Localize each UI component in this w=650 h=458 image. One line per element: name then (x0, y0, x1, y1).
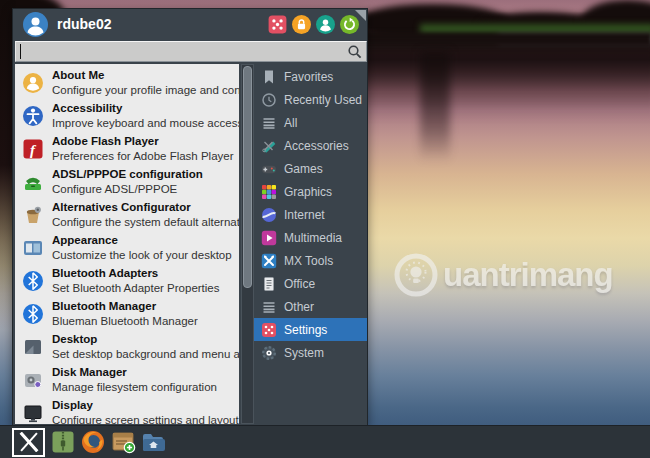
water-reflection (358, 50, 650, 122)
category-other[interactable]: Other (254, 295, 367, 318)
all-settings-icon (268, 15, 287, 34)
category-recently-used[interactable]: Recently Used (254, 88, 367, 111)
taskbar-archiver-button[interactable] (51, 430, 75, 454)
menu-body: About Me Configure your profile image an… (15, 64, 367, 424)
taskbar-archive-manager-button[interactable] (111, 430, 135, 454)
category-office[interactable]: Office (254, 272, 367, 295)
appearance-icon (22, 237, 44, 259)
search-row (15, 41, 367, 62)
user-avatar-icon[interactable] (23, 12, 48, 37)
search-input[interactable] (15, 41, 367, 62)
all-settings-button[interactable] (268, 15, 287, 34)
clock-icon (261, 92, 277, 108)
category-graphics[interactable]: Graphics (254, 180, 367, 203)
taskbar (0, 425, 650, 458)
search-icon (347, 44, 363, 60)
app-title: Bluetooth Manager (52, 299, 198, 314)
category-label: Favorites (284, 70, 333, 84)
archive-new-icon (111, 430, 137, 454)
username: rdube02 (57, 9, 111, 40)
gamepad-icon (261, 161, 277, 177)
category-favorites[interactable]: Favorites (254, 65, 367, 88)
app-subtitle: Configure your profile image and con... (52, 83, 239, 98)
app-subtitle: Set Bluetooth Adapter Properties (52, 281, 220, 296)
play-icon (261, 230, 277, 246)
scrollbar-thumb[interactable] (243, 66, 252, 288)
app-subtitle: Manage filesystem configuration (52, 380, 217, 395)
app-title: ADSL/PPPOE configuration (52, 167, 203, 182)
app-title: Accessibility (52, 101, 239, 116)
app-title: Disk Manager (52, 365, 217, 380)
category-label: Multimedia (284, 231, 342, 245)
app-item-adsl-pppoe[interactable]: ADSL/PPPOE configuration Configure ADSL/… (15, 165, 239, 198)
desktop-icon (22, 336, 44, 358)
app-item-about-me[interactable]: About Me Configure your profile image an… (15, 66, 239, 99)
app-title: Display (52, 398, 239, 413)
lock-screen-button[interactable] (292, 15, 311, 34)
category-system[interactable]: System (254, 341, 367, 364)
app-subtitle: Configure screen settings and layout (52, 413, 239, 425)
app-subtitle: Configure the system default alternat... (52, 215, 239, 230)
accessories-icon (261, 138, 277, 154)
tools-icon (261, 253, 277, 269)
list-icon (261, 115, 277, 131)
display-icon (22, 402, 44, 424)
category-list: Favorites Recently Used All (254, 65, 367, 364)
taskbar-file-manager-button[interactable] (141, 430, 165, 454)
category-label: Settings (284, 323, 327, 337)
category-games[interactable]: Games (254, 157, 367, 180)
app-item-appearance[interactable]: Appearance Customize the look of your de… (15, 231, 239, 264)
taskbar-firefox-button[interactable] (81, 430, 105, 454)
bluetooth-icon (22, 270, 44, 292)
globe-icon (261, 207, 277, 223)
text-caret (20, 44, 21, 59)
flash-icon: f (22, 138, 44, 160)
whisker-menu-button[interactable] (12, 428, 45, 457)
mx-menu-icon (18, 432, 40, 452)
category-mx-tools[interactable]: MX Tools (254, 249, 367, 272)
app-list: About Me Configure your profile image an… (15, 64, 239, 424)
app-item-disk-manager[interactable]: Disk Manager Manage filesystem configura… (15, 363, 239, 396)
category-label: Accessories (284, 139, 349, 153)
category-multimedia[interactable]: Multimedia (254, 226, 367, 249)
app-item-display[interactable]: Display Configure screen settings and la… (15, 396, 239, 424)
category-label: Games (284, 162, 323, 176)
category-label: System (284, 346, 324, 360)
watermark-text: uantrimang (443, 251, 613, 299)
category-all[interactable]: All (254, 111, 367, 134)
category-settings[interactable]: Settings (254, 318, 367, 341)
app-title: Bluetooth Adapters (52, 266, 220, 281)
app-title: Adobe Flash Player (52, 134, 234, 149)
app-title: Appearance (52, 233, 232, 248)
resize-grip[interactable] (355, 10, 366, 21)
switch-user-button[interactable] (316, 15, 335, 34)
whisker-menu-window: rdube02 (12, 8, 368, 426)
app-item-accessibility[interactable]: Accessibility Improve keyboard and mouse… (15, 99, 239, 132)
category-label: Recently Used (284, 93, 362, 107)
gear-icon (261, 345, 277, 361)
category-internet[interactable]: Internet (254, 203, 367, 226)
app-item-bluetooth-adapters[interactable]: Bluetooth Adapters Set Bluetooth Adapter… (15, 264, 239, 297)
menu-header: rdube02 (13, 9, 367, 40)
category-accessories[interactable]: Accessories (254, 134, 367, 157)
app-title: About Me (52, 68, 239, 83)
app-item-alternatives-configurator[interactable]: Alternatives Configurator Configure the … (15, 198, 239, 231)
bookmark-icon (261, 69, 277, 85)
app-subtitle: Preferences for Adobe Flash Player (52, 149, 234, 164)
list-icon (261, 299, 277, 315)
app-subtitle: Configure ADSL/PPPOE (52, 182, 203, 197)
app-item-adobe-flash-player[interactable]: f Adobe Flash Player Preferences for Ado… (15, 132, 239, 165)
file-manager-icon (141, 430, 165, 454)
settings-dice-icon (261, 322, 277, 338)
app-item-bluetooth-manager[interactable]: Bluetooth Manager Blueman Bluetooth Mana… (15, 297, 239, 330)
category-label: Other (284, 300, 314, 314)
app-title: Desktop (52, 332, 239, 347)
document-icon (261, 276, 277, 292)
app-subtitle: Customize the look of your desktop (52, 248, 232, 263)
app-item-desktop[interactable]: Desktop Set desktop background and menu … (15, 330, 239, 363)
lock-screen-icon (292, 15, 311, 34)
alternatives-icon (22, 204, 44, 226)
firefox-icon (81, 430, 105, 454)
palette-icon (261, 184, 277, 200)
app-list-scrollbar[interactable] (241, 64, 254, 424)
